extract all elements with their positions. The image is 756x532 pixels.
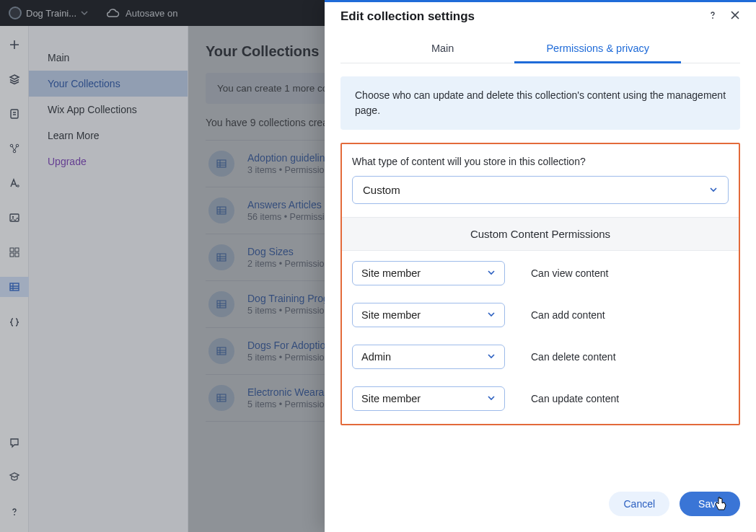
chevron-down-icon (487, 351, 496, 363)
svg-rect-15 (217, 254, 226, 261)
close-icon[interactable] (730, 10, 740, 23)
collection-meta: 2 items • Permissions: (247, 259, 336, 269)
chevron-down-icon (709, 184, 718, 196)
edit-collection-modal: Edit collection settings Main Permission… (325, 0, 756, 532)
collection-meta: 5 items • Permissions: (247, 353, 336, 363)
perm-add-label: Can add content (531, 309, 605, 321)
chat-icon[interactable] (0, 433, 29, 453)
svg-point-3 (13, 150, 16, 153)
plus-icon[interactable] (0, 35, 29, 55)
permissions-highlight: What type of content will you store in t… (340, 143, 740, 425)
svg-point-19 (712, 17, 713, 19)
cancel-button[interactable]: Cancel (609, 492, 669, 516)
svg-rect-13 (217, 160, 226, 167)
svg-rect-7 (10, 248, 14, 252)
svg-rect-8 (15, 248, 19, 252)
table-icon (208, 385, 234, 411)
nav-item-your-collections[interactable]: Your Collections (29, 71, 188, 97)
svg-point-12 (14, 514, 15, 515)
table-icon (208, 244, 234, 270)
perm-add-value: Site member (361, 309, 421, 321)
nav-item-learn-more[interactable]: Learn More (29, 123, 188, 148)
chevron-down-icon (487, 309, 496, 321)
perm-view-label: Can view content (531, 267, 608, 279)
info-box: Choose who can update and delete this co… (340, 76, 740, 130)
pages-icon[interactable] (0, 104, 29, 124)
collection-meta: 3 items • Permissions: (247, 165, 336, 175)
svg-point-6 (12, 216, 13, 218)
perm-delete-value: Admin (361, 351, 391, 363)
content-type-value: Custom (363, 184, 400, 196)
tab-main[interactable]: Main (428, 35, 457, 63)
perm-update-value: Site member (361, 393, 421, 404)
chevron-down-icon (487, 267, 496, 279)
nav-panel: Main Your Collections Wix App Collection… (29, 26, 188, 532)
svg-rect-0 (11, 110, 18, 118)
perm-row-add: Site member Can add content (352, 303, 729, 327)
svg-rect-10 (15, 253, 19, 257)
permissions-section-title: Custom Content Permissions (342, 217, 739, 251)
table-icon (208, 291, 234, 317)
perm-delete-select[interactable]: Admin (352, 345, 505, 369)
layers-icon[interactable] (0, 69, 29, 89)
collection-name: Adoption guidelines (247, 152, 336, 164)
nav-item-wix-app-collections[interactable]: Wix App Collections (29, 97, 188, 123)
perm-update-label: Can update content (531, 393, 619, 404)
code-icon[interactable] (0, 311, 29, 332)
table-icon (208, 338, 234, 364)
cloud-icon (105, 8, 120, 18)
svg-rect-14 (217, 207, 226, 214)
nav-item-upgrade[interactable]: Upgrade (29, 148, 188, 174)
perm-view-select[interactable]: Site member (352, 261, 505, 285)
perm-view-value: Site member (361, 267, 421, 279)
save-button[interactable]: Save (680, 492, 740, 516)
svg-rect-18 (217, 394, 226, 402)
apps-icon[interactable] (0, 242, 29, 262)
table-icon (208, 151, 234, 177)
text-icon[interactable] (0, 173, 29, 193)
modal-title: Edit collection settings (340, 9, 475, 24)
content-type-question: What type of content will you store in t… (352, 156, 729, 167)
site-title[interactable]: Dog Traini... (26, 8, 76, 19)
modal-tabs: Main Permissions & privacy (340, 35, 740, 63)
chevron-down-icon[interactable] (81, 8, 88, 19)
table-icon (208, 198, 234, 223)
database-icon[interactable] (0, 277, 29, 297)
logo-icon (9, 6, 22, 19)
perm-add-select[interactable]: Site member (352, 303, 505, 327)
perm-row-update: Site member Can update content (352, 386, 729, 411)
perm-update-select[interactable]: Site member (352, 386, 505, 411)
help-icon[interactable] (707, 9, 718, 24)
help-icon[interactable] (0, 502, 29, 522)
collection-name: Dog Sizes (247, 246, 336, 257)
chevron-down-icon (487, 393, 496, 404)
left-rail (0, 26, 29, 532)
autosave-label: Autosave on (126, 8, 177, 19)
svg-rect-17 (217, 347, 226, 355)
collection-name: Dogs For Adoption (247, 340, 336, 351)
image-icon[interactable] (0, 208, 29, 228)
tab-permissions[interactable]: Permissions & privacy (543, 35, 652, 63)
content-type-select[interactable]: Custom (352, 176, 729, 204)
svg-rect-9 (10, 253, 14, 257)
svg-rect-16 (217, 301, 226, 308)
nav-item-main[interactable]: Main (29, 45, 188, 71)
perm-delete-label: Can delete content (531, 351, 616, 363)
perm-row-delete: Admin Can delete content (352, 345, 729, 369)
svg-point-4 (17, 185, 19, 187)
svg-rect-11 (10, 283, 19, 291)
autosave-status: Autosave on (105, 8, 177, 19)
connections-icon[interactable] (0, 138, 29, 159)
learn-icon[interactable] (0, 467, 29, 487)
perm-row-view: Site member Can view content (352, 261, 729, 285)
